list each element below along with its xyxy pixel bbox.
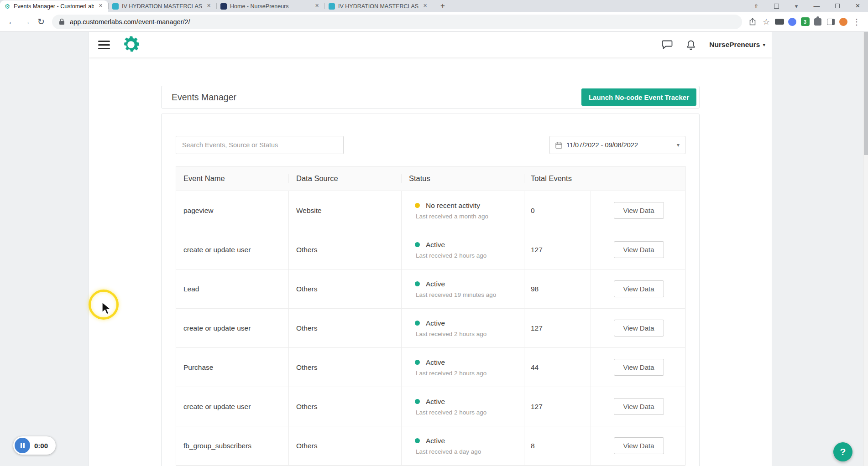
data-source-cell: Others [288, 230, 401, 269]
reload-button[interactable]: ↻ [34, 15, 48, 29]
status-cell: Active Last received 2 hours ago [401, 230, 524, 269]
window-close-button[interactable]: × [847, 0, 868, 12]
app-header: NursePreneurs ▾ [89, 32, 772, 57]
event-name-cell: create or update user [176, 230, 288, 269]
data-source-cell: Others [288, 348, 401, 387]
customerlabs-logo-gear-icon[interactable] [120, 34, 142, 56]
tab-title: Home - NursePreneurs [230, 3, 310, 10]
event-name-cell: create or update user [176, 309, 288, 347]
status-last-received: Last received 2 hours ago [416, 409, 524, 416]
tab-favicon [220, 3, 227, 10]
status-cell: Active Last received 2 hours ago [401, 309, 524, 347]
help-button[interactable]: ? [833, 442, 852, 461]
tab-close-icon[interactable]: × [97, 3, 104, 10]
view-data-button[interactable]: View Data [614, 320, 664, 337]
table-row: create or update user Others Active Last… [176, 308, 685, 347]
page-body: Events Manager Launch No-code Event Trac… [89, 57, 772, 466]
share-icon[interactable] [746, 15, 759, 29]
action-cell: View Data [591, 348, 686, 387]
status-text: Active [426, 319, 445, 327]
data-source-cell: Others [288, 309, 401, 347]
extensions-puzzle-icon[interactable] [811, 16, 824, 28]
tab-favicon: ⚙ [4, 3, 10, 10]
window-maximize-button[interactable] [827, 0, 847, 12]
tab-close-icon[interactable]: × [314, 3, 320, 10]
browser-tab[interactable]: ⚙ Events Manager - CustomerLabs × [0, 0, 108, 12]
recording-timer: 0:00 [34, 442, 52, 450]
action-cell: View Data [591, 230, 686, 269]
status-dot [415, 242, 420, 247]
action-cell: View Data [591, 426, 686, 465]
table-row: pageview Website No recent activity Last… [176, 191, 685, 230]
titlebar-share-icon[interactable]: ⇧ [746, 3, 766, 10]
events-table: Event Name Data Source Status Total Even… [176, 166, 685, 466]
tab-close-icon[interactable]: × [205, 3, 212, 10]
window-minimize-button[interactable]: — [806, 0, 827, 12]
new-tab-button[interactable]: + [436, 0, 449, 12]
data-source-cell: Others [288, 426, 401, 465]
view-data-label: View Data [623, 207, 654, 214]
account-menu[interactable]: NursePreneurs ▾ [709, 41, 765, 49]
tab-counter-extension-icon[interactable]: 3 [799, 16, 811, 28]
table-row: create or update user Others Active Last… [176, 387, 685, 426]
table-row: fb_group_subscribers Others Active Last … [176, 426, 685, 465]
browser-tab[interactable]: IV HYDRATION MASTERCLASS - × [108, 0, 216, 12]
chat-icon[interactable] [662, 40, 673, 50]
extension-badge: 3 [801, 17, 810, 26]
tab-favicon [112, 3, 119, 10]
table-filters: 11/07/2022 - 09/08/2022 ▾ [176, 136, 685, 154]
back-button[interactable]: ← [5, 15, 19, 29]
notifications-bell-icon[interactable] [686, 40, 695, 50]
action-cell: View Data [591, 191, 686, 230]
total-events-cell: 127 [524, 230, 591, 269]
browser-tab[interactable]: IV HYDRATION MASTERCLASS - × [324, 0, 433, 12]
recording-pause-button[interactable] [15, 438, 30, 453]
dark-extension-icon[interactable] [773, 16, 786, 28]
view-data-label: View Data [623, 403, 654, 410]
view-data-button[interactable]: View Data [614, 241, 664, 258]
date-range-picker[interactable]: 11/07/2022 - 09/08/2022 ▾ [549, 136, 685, 154]
event-name-cell: Purchase [176, 348, 288, 387]
browser-tab[interactable]: Home - NursePreneurs × [216, 0, 324, 12]
url-text[interactable]: app.customerlabs.com/event-manager/2/ [70, 18, 190, 26]
status-cell: No recent activity Last received a month… [401, 191, 524, 230]
launch-event-tracker-button[interactable]: Launch No-code Event Tracker [581, 88, 696, 106]
data-source-cell: Others [288, 269, 401, 308]
page-scrollbar[interactable] [863, 32, 868, 466]
forward-button[interactable]: → [19, 15, 34, 29]
event-name-cell: fb_group_subscribers [176, 426, 288, 465]
event-name-cell: create or update user [176, 387, 288, 426]
status-dot [415, 281, 420, 286]
view-data-button[interactable]: View Data [614, 359, 664, 376]
hamburger-menu-icon[interactable] [98, 41, 110, 49]
status-dot [415, 203, 420, 208]
total-events-cell: 8 [524, 426, 591, 465]
bookmark-star-icon[interactable]: ☆ [759, 15, 773, 29]
orange-extension-icon[interactable] [837, 16, 850, 28]
view-data-button[interactable]: View Data [614, 280, 664, 297]
browser-menu-icon[interactable]: ⋮ [850, 15, 863, 29]
tab-close-icon[interactable]: × [422, 3, 429, 10]
events-table-body: pageview Website No recent activity Last… [176, 191, 685, 465]
status-last-received: Last received 19 minutes ago [416, 291, 524, 298]
column-header-status: Status [401, 174, 524, 183]
view-data-button[interactable]: View Data [614, 437, 664, 454]
side-panel-icon[interactable] [824, 16, 837, 28]
search-input[interactable] [176, 136, 344, 154]
data-source-cell: Others [288, 387, 401, 426]
total-events-cell: 127 [524, 309, 591, 347]
status-last-received: Last received 2 hours ago [416, 331, 524, 337]
view-data-button[interactable]: View Data [614, 398, 664, 415]
blue-extension-icon[interactable] [786, 16, 799, 28]
tab-search-caret-icon[interactable]: ▾ [786, 3, 806, 10]
tab-favicon [329, 3, 335, 10]
scrollbar-thumb[interactable] [864, 32, 868, 155]
browser-window: ⚙ Events Manager - CustomerLabs × IV HYD… [0, 0, 868, 466]
view-data-button[interactable]: View Data [614, 202, 664, 219]
address-bar[interactable]: app.customerlabs.com/event-manager/2/ [52, 15, 742, 29]
page-title-card: Events Manager Launch No-code Event Trac… [161, 86, 700, 109]
action-cell: View Data [591, 387, 686, 426]
titlebar-window-icon[interactable] [766, 4, 786, 9]
lock-icon[interactable] [59, 18, 65, 25]
account-caret-icon: ▾ [763, 42, 765, 48]
